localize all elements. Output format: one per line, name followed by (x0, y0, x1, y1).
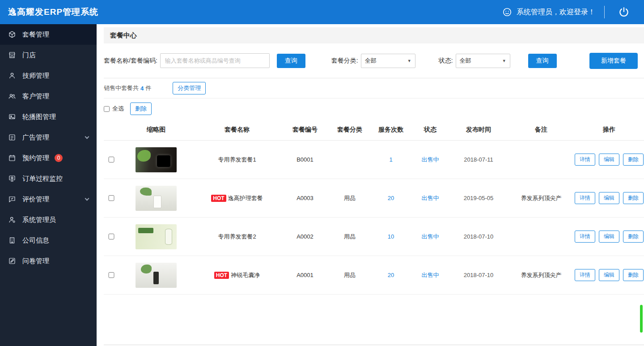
package-category: 用品 (329, 271, 370, 279)
package-name: 逸高护理套餐 (228, 194, 263, 202)
publish-date: 2018-07-10 (449, 272, 508, 278)
search-button-2[interactable]: 查询 (528, 54, 557, 68)
company-icon (8, 236, 16, 244)
app-title: 逸高耀发ERP管理系统 (0, 6, 98, 18)
summary-row: 销售中套餐共 4 件 分类管理 (104, 78, 644, 98)
detail-button[interactable]: 详情 (575, 192, 595, 204)
package-name: 专用养发套餐2 (218, 233, 256, 241)
sidebar-item-reviews[interactable]: 评价管理 (0, 189, 97, 209)
delete-button[interactable]: 删除 (623, 269, 644, 281)
scrollbar-thumb[interactable] (640, 305, 643, 333)
row-checkbox[interactable] (104, 157, 119, 162)
edit-button[interactable]: 编辑 (599, 192, 619, 204)
edit-button[interactable]: 编辑 (599, 154, 619, 166)
package-category: 用品 (329, 194, 370, 202)
row-checkbox[interactable] (104, 234, 119, 239)
service-count: 10 (370, 233, 411, 240)
sidebar-item-company[interactable]: 公司信息 (0, 230, 97, 251)
detail-button[interactable]: 详情 (575, 154, 595, 166)
header-right: 系统管理员，欢迎登录！ (502, 4, 644, 20)
sidebar-item-package-mgmt[interactable]: 套餐管理 (0, 24, 97, 45)
col-header-status: 状态 (411, 126, 449, 134)
row-actions: 详情 编辑 删除 (574, 154, 644, 166)
customers-icon (8, 92, 16, 100)
col-header-category: 套餐分类 (329, 126, 370, 134)
package-code: A0002 (281, 233, 329, 240)
bulk-delete-button[interactable]: 删除 (130, 103, 152, 115)
sidebar-item-label: 广告管理 (22, 133, 49, 142)
sidebar-item-ads[interactable]: 广告管理 (0, 127, 97, 148)
product-thumbnail (136, 147, 177, 172)
col-header-actions: 操作 (574, 126, 644, 134)
status-select-value: 全部 (460, 57, 471, 65)
page-title: 套餐中心 (104, 27, 644, 43)
sidebar-item-label: 套餐管理 (22, 30, 49, 39)
status-select[interactable]: 全部 ▼ (456, 54, 510, 68)
admin-icon (8, 216, 16, 224)
delete-button[interactable]: 删除 (623, 154, 644, 166)
name-filter-label: 套餐名称/套餐编码: (104, 57, 157, 65)
package-name: 神锐毛囊净 (231, 271, 260, 279)
col-header-name: 套餐名称 (193, 126, 281, 134)
delete-button[interactable]: 删除 (623, 231, 644, 243)
detail-button[interactable]: 详情 (575, 269, 595, 281)
delete-button[interactable]: 删除 (623, 192, 644, 204)
welcome-text: 系统管理员，欢迎登录！ (517, 8, 595, 17)
bulk-actions-row: 全选 删除 (104, 98, 644, 119)
ad-icon (8, 133, 16, 141)
edit-button[interactable]: 编辑 (599, 231, 619, 243)
order-monitor-icon (8, 175, 16, 183)
status-text: 出售中 (411, 194, 449, 202)
notification-badge: 0 (55, 154, 63, 162)
power-button[interactable] (614, 4, 634, 20)
search-input[interactable] (160, 53, 270, 68)
remark-text: 养发系列顶尖产 (508, 271, 574, 279)
row-checkbox[interactable] (104, 195, 119, 201)
category-manage-button[interactable]: 分类管理 (173, 82, 206, 94)
select-all-checkbox[interactable] (104, 106, 110, 112)
chevron-down-icon (85, 196, 89, 201)
sidebar-item-customer[interactable]: 客户管理 (0, 86, 97, 107)
sidebar-item-survey[interactable]: 问卷管理 (0, 251, 97, 271)
summary-prefix: 销售中套餐共 (104, 84, 139, 92)
product-thumbnail (136, 263, 177, 288)
remark-text: 养发系列顶尖产 (508, 194, 574, 202)
package-category: 用品 (329, 233, 370, 241)
select-arrow-icon: ▼ (407, 59, 411, 63)
chevron-down-icon (85, 134, 89, 139)
category-select-value: 全部 (365, 57, 377, 65)
store-icon (8, 51, 16, 59)
detail-button[interactable]: 详情 (575, 231, 595, 243)
sidebar-item-carousel[interactable]: 轮播图管理 (0, 107, 97, 127)
service-count: 20 (370, 195, 411, 201)
table-row: HOT 逸高护理套餐 A0003 用品 20 出售中 2019-05-05 养发… (104, 179, 644, 218)
search-button[interactable]: 查询 (277, 54, 305, 68)
header-divider (604, 6, 605, 18)
table-header: 缩略图 套餐名称 套餐编号 套餐分类 服务次数 状态 发布时间 备注 操作 (104, 119, 644, 141)
product-thumbnail (136, 224, 177, 249)
sidebar-item-label: 技师管理 (22, 72, 49, 80)
row-checkbox[interactable] (104, 272, 119, 278)
edit-button[interactable]: 编辑 (599, 269, 619, 281)
sidebar-item-appointments[interactable]: 预约管理 0 (0, 148, 97, 168)
filter-bar: 套餐名称/套餐编码: 查询 套餐分类: 全部 ▼ 状态: 全部 ▼ 查询 新增套… (104, 43, 644, 78)
sidebar-item-technician[interactable]: 技师管理 (0, 65, 97, 86)
sidebar-item-admin[interactable]: 系统管理员 (0, 209, 97, 230)
sidebar-item-label: 问卷管理 (22, 257, 49, 265)
status-text: 出售中 (411, 271, 449, 279)
select-arrow-icon: ▼ (502, 59, 506, 63)
service-count: 1 (370, 156, 411, 163)
package-code: A0001 (281, 272, 329, 278)
col-header-code: 套餐编号 (281, 126, 329, 134)
table-row: HOT 神锐毛囊净 A0001 用品 20 出售中 2018-07-10 养发系… (104, 256, 644, 295)
sidebar-item-store[interactable]: 门店 (0, 45, 97, 65)
row-actions: 详情 编辑 删除 (574, 231, 644, 243)
package-icon (8, 30, 16, 38)
sidebar: 套餐管理 门店 技师管理 客户管理 轮播图管理 广告管理 预约管理 0 (0, 24, 97, 346)
sidebar-item-order-monitor[interactable]: 订单过程监控 (0, 168, 97, 189)
category-select[interactable]: 全部 ▼ (361, 54, 415, 68)
technician-icon (8, 72, 16, 80)
sidebar-item-label: 客户管理 (22, 92, 49, 101)
package-code: A0003 (281, 195, 329, 201)
add-package-button[interactable]: 新增套餐 (589, 53, 638, 69)
